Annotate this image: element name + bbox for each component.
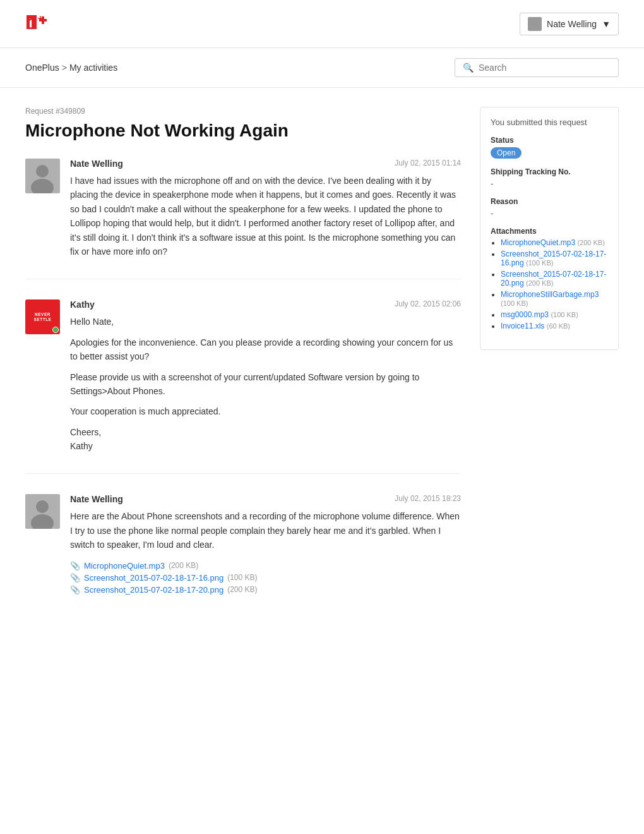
- comment-text-2: Hello Nate, Apologies for the inconvenie…: [70, 315, 461, 453]
- search-box: 🔍: [455, 58, 619, 77]
- attachments-list: MicrophoneQuiet.mp3 (200 KB) Screenshot_…: [491, 238, 608, 330]
- user-menu[interactable]: Nate Welling ▼: [520, 13, 619, 35]
- attachment-size: (200 KB): [227, 585, 257, 594]
- attachments-field: Attachments MicrophoneQuiet.mp3 (200 KB)…: [491, 227, 608, 330]
- attachment-item: 📎 Screenshot_2015-07-02-18-17-16.png (10…: [70, 573, 461, 583]
- list-item: MicrophoneQuiet.mp3 (200 KB): [501, 238, 608, 247]
- user-name: Nate Welling: [547, 19, 597, 29]
- attachment-size: (100 KB): [227, 573, 257, 582]
- user-avatar-small: [528, 17, 542, 31]
- file-size: (60 KB): [547, 322, 570, 330]
- dropdown-arrow-icon: ▼: [602, 19, 611, 29]
- comment-p-kathy-5: Cheers,Kathy: [70, 425, 461, 454]
- paperclip-icon: 📎: [70, 561, 80, 571]
- reason-label: Reason: [491, 197, 608, 206]
- svg-rect-7: [42, 16, 44, 24]
- comment-author-3: Nate Welling: [70, 494, 123, 504]
- comment-body-2: Kathy July 02, 2015 02:06 Hello Nate, Ap…: [70, 299, 461, 453]
- attachment-link[interactable]: msg0000.mp3: [501, 310, 549, 319]
- comment-p-kathy-2: Apologies for the inconvenience. Can you…: [70, 335, 461, 364]
- reason-field: Reason -: [491, 197, 608, 218]
- avatar-nate-1: [25, 159, 60, 193]
- comment-text-3: Here are the About Phone screenshots and…: [70, 509, 461, 552]
- shipping-label: Shipping Tracking No.: [491, 167, 608, 176]
- search-input[interactable]: [479, 63, 611, 73]
- right-sidebar: You submitted this request Status Open S…: [480, 107, 619, 638]
- attachment-link[interactable]: Screenshot_2015-07-02-18-17-16.png: [84, 573, 224, 583]
- attachment-link[interactable]: Screenshot_2015-07-02-18-17-20.png: [501, 270, 606, 287]
- comment-2: NEVERSETTLE Kathy July 02, 2015 02:06 He…: [25, 299, 461, 474]
- search-icon: 🔍: [463, 63, 474, 73]
- ticket-title: Microphone Not Working Again: [25, 121, 461, 141]
- reason-value: -: [491, 208, 608, 218]
- comment-meta-3: Nate Welling July 02, 2015 18:23: [70, 494, 461, 504]
- file-size: (200 KB): [526, 279, 553, 287]
- avatar-image-3: [25, 494, 60, 529]
- file-size: (200 KB): [577, 239, 604, 246]
- file-size: (100 KB): [551, 311, 578, 318]
- attachment-link[interactable]: Screenshot_2015-07-02-18-17-16.png: [501, 250, 606, 267]
- comment-author-2: Kathy: [70, 299, 95, 310]
- comment-meta-1: Nate Welling July 02, 2015 01:14: [70, 159, 461, 169]
- header: 1 + Nate Welling ▼: [0, 0, 644, 48]
- file-size: (100 KB): [526, 259, 553, 267]
- list-item: msg0000.mp3 (100 KB): [501, 310, 608, 319]
- left-panel: Request #349809 Microphone Not Working A…: [25, 107, 461, 638]
- attachment-link[interactable]: MicrophoneQuiet.mp3: [84, 561, 165, 571]
- svg-point-9: [36, 165, 49, 178]
- comment-1: Nate Welling July 02, 2015 01:14 I have …: [25, 159, 461, 279]
- list-item: Invoice11.xls (60 KB): [501, 322, 608, 330]
- comment-text-1: I have had issues with the microphone of…: [70, 174, 461, 258]
- paperclip-icon: 📎: [70, 573, 80, 583]
- attachment-item: 📎 MicrophoneQuiet.mp3 (200 KB): [70, 561, 461, 571]
- nav-bar: OnePlus > My activities 🔍: [0, 48, 644, 88]
- comment-p-kathy-1: Hello Nate,: [70, 315, 461, 329]
- attachment-item: 📎 Screenshot_2015-07-02-18-17-20.png (20…: [70, 585, 461, 595]
- attachment-link[interactable]: MicrophoneStillGarbage.mp3: [501, 290, 599, 299]
- logo: 1 +: [25, 10, 51, 37]
- request-number: Request #349809: [25, 107, 461, 116]
- attachment-size: (200 KB): [169, 561, 198, 570]
- svg-rect-5: [33, 15, 37, 29]
- breadcrumb-current: My activities: [69, 63, 117, 73]
- attachments-label: Attachments: [491, 227, 608, 236]
- attachment-link[interactable]: Invoice11.xls: [501, 322, 544, 330]
- attachment-link[interactable]: MicrophoneQuiet.mp3: [501, 238, 575, 247]
- status-field: Status Open: [491, 136, 608, 159]
- never-settle-logo: NEVERSETTLE: [25, 299, 60, 334]
- comment-date-1: July 02, 2015 01:14: [395, 159, 461, 169]
- breadcrumb-root[interactable]: OnePlus: [25, 63, 59, 73]
- shipping-field: Shipping Tracking No. -: [491, 167, 608, 188]
- status-label: Status: [491, 136, 608, 145]
- comment-p-kathy-3: Please provide us with a screenshot of y…: [70, 370, 461, 399]
- comment-author-1: Nate Welling: [70, 159, 123, 169]
- svg-point-12: [36, 500, 49, 513]
- list-item: MicrophoneStillGarbage.mp3 (100 KB): [501, 290, 608, 308]
- avatar-image: [25, 159, 60, 193]
- submitted-text: You submitted this request: [491, 118, 608, 127]
- sidebar-card: You submitted this request Status Open S…: [480, 107, 619, 350]
- status-badge: Open: [491, 147, 522, 159]
- main-content: Request #349809 Microphone Not Working A…: [0, 88, 644, 656]
- attachment-link[interactable]: Screenshot_2015-07-02-18-17-20.png: [84, 585, 224, 595]
- comment-p-kathy-4: Your cooperation is much appreciated.: [70, 404, 461, 418]
- avatar-nate-3: [25, 494, 60, 529]
- file-size: (100 KB): [501, 299, 528, 307]
- comment-attachments-3: 📎 MicrophoneQuiet.mp3 (200 KB) 📎 Screens…: [70, 561, 461, 595]
- comment-body-1: Nate Welling July 02, 2015 01:14 I have …: [70, 159, 461, 258]
- comment-body-3: Nate Welling July 02, 2015 18:23 Here ar…: [70, 494, 461, 596]
- list-item: Screenshot_2015-07-02-18-17-16.png (100 …: [501, 250, 608, 267]
- comment-meta-2: Kathy July 02, 2015 02:06: [70, 299, 461, 310]
- comment-date-3: July 02, 2015 18:23: [395, 494, 461, 504]
- comment-date-2: July 02, 2015 02:06: [395, 299, 461, 310]
- shipping-value: -: [491, 179, 608, 188]
- comment-paragraph-3: Here are the About Phone screenshots and…: [70, 509, 461, 552]
- avatar-kathy: NEVERSETTLE: [25, 299, 60, 334]
- list-item: Screenshot_2015-07-02-18-17-20.png (200 …: [501, 270, 608, 287]
- online-badge: [52, 327, 59, 333]
- breadcrumb-separator: >: [62, 63, 67, 73]
- breadcrumb: OnePlus > My activities: [25, 63, 117, 73]
- comment-3: Nate Welling July 02, 2015 18:23 Here ar…: [25, 494, 461, 617]
- paperclip-icon: 📎: [70, 585, 80, 595]
- comment-paragraph-1: I have had issues with the microphone of…: [70, 174, 461, 258]
